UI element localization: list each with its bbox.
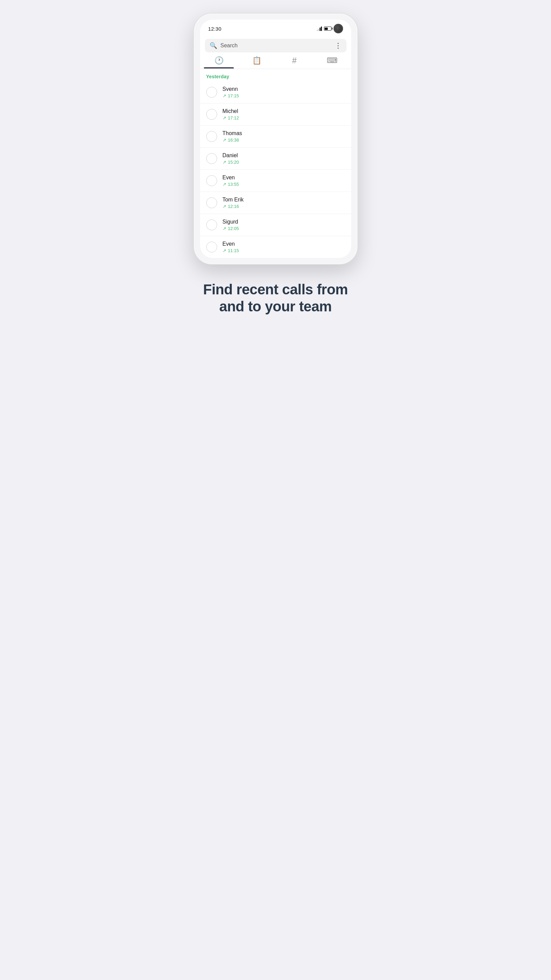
- tab-bar: 🕐 📋 # ⌨: [200, 52, 351, 69]
- call-list: Svenn↗17:15Michel↗17:12Thomas↗16:38Danie…: [200, 81, 351, 258]
- call-info: Sigurd↗12:05: [223, 219, 345, 231]
- tab-recents[interactable]: 🕐: [200, 56, 238, 68]
- call-info: Tom Erik↗12:16: [223, 197, 345, 209]
- call-info: Even↗11:15: [223, 241, 345, 253]
- status-time: 12:30: [208, 26, 221, 32]
- call-item[interactable]: Even↗13:55: [200, 170, 351, 192]
- search-bar[interactable]: 🔍 Search ⋮: [205, 39, 346, 52]
- call-time-row: ↗12:05: [223, 226, 345, 231]
- outgoing-arrow-icon: ↗: [223, 94, 226, 98]
- status-bar: 12:30: [200, 20, 351, 36]
- call-time: 16:38: [228, 137, 239, 143]
- call-name: Daniel: [223, 153, 345, 159]
- outgoing-arrow-icon: ↗: [223, 226, 226, 231]
- battery-fill: [325, 27, 328, 30]
- call-time-row: ↗15:20: [223, 159, 345, 165]
- more-options-icon[interactable]: ⋮: [334, 42, 342, 49]
- avatar: [206, 131, 217, 142]
- call-info: Daniel↗15:20: [223, 153, 345, 165]
- call-time-row: ↗17:12: [223, 115, 345, 121]
- call-info: Thomas↗16:38: [223, 130, 345, 143]
- call-name: Sigurd: [223, 219, 345, 225]
- call-info: Svenn↗17:15: [223, 86, 345, 98]
- call-time-row: ↗12:16: [223, 204, 345, 209]
- outgoing-arrow-icon: ↗: [223, 160, 226, 164]
- outgoing-arrow-icon: ↗: [223, 248, 226, 253]
- camera-icon: [333, 24, 343, 33]
- call-info: Even↗13:55: [223, 175, 345, 187]
- call-time: 12:05: [228, 226, 239, 231]
- call-item[interactable]: Even↗11:15: [200, 236, 351, 258]
- call-item[interactable]: Sigurd↗12:05: [200, 214, 351, 236]
- call-name: Thomas: [223, 130, 345, 137]
- tagline-line1: Find recent calls from: [203, 282, 348, 298]
- avatar: [206, 242, 217, 253]
- call-item[interactable]: Svenn↗17:15: [200, 81, 351, 103]
- phone-screen: 12:30 🔍 Search: [200, 20, 351, 258]
- battery-icon: [324, 27, 331, 30]
- signal-bar-4: [321, 27, 322, 31]
- signal-icon: [317, 26, 322, 31]
- call-time-row: ↗13:55: [223, 182, 345, 187]
- outgoing-arrow-icon: ↗: [223, 116, 226, 120]
- call-item[interactable]: Michel↗17:12: [200, 103, 351, 126]
- call-time: 11:15: [228, 248, 239, 253]
- call-time-row: ↗16:38: [223, 137, 345, 143]
- call-name: Michel: [223, 108, 345, 115]
- channels-icon: #: [292, 56, 296, 65]
- call-time-row: ↗11:15: [223, 248, 345, 253]
- avatar: [206, 109, 217, 120]
- outgoing-arrow-icon: ↗: [223, 182, 226, 186]
- call-time: 12:16: [228, 204, 239, 209]
- avatar: [206, 197, 217, 208]
- call-time: 17:12: [228, 115, 239, 121]
- call-item[interactable]: Tom Erik↗12:16: [200, 192, 351, 214]
- call-item[interactable]: Daniel↗15:20: [200, 148, 351, 170]
- call-time-row: ↗17:15: [223, 93, 345, 98]
- recents-icon: 🕐: [214, 56, 224, 65]
- call-item[interactable]: Thomas↗16:38: [200, 126, 351, 148]
- avatar: [206, 175, 217, 186]
- call-info: Michel↗17:12: [223, 108, 345, 121]
- search-placeholder: Search: [221, 43, 331, 49]
- phone-frame: 12:30 🔍 Search: [194, 14, 357, 264]
- signal-bar-1: [317, 30, 318, 31]
- call-time: 13:55: [228, 182, 239, 187]
- phone-wrapper: 12:30 🔍 Search: [194, 14, 357, 264]
- outgoing-arrow-icon: ↗: [223, 138, 226, 142]
- avatar: [206, 153, 217, 164]
- call-name: Svenn: [223, 86, 345, 92]
- call-time: 15:20: [228, 159, 239, 165]
- tab-channels[interactable]: #: [276, 56, 314, 69]
- dialpad-icon: ⌨: [327, 56, 338, 65]
- tagline: Find recent calls from and to your team: [203, 281, 348, 315]
- avatar: [206, 220, 217, 231]
- section-header-yesterday: Yesterday: [200, 69, 351, 81]
- signal-bar-3: [320, 27, 321, 31]
- status-icons: [317, 24, 343, 33]
- contacts-icon: 📋: [252, 56, 261, 65]
- call-name: Even: [223, 241, 345, 247]
- tagline-line2: and to your team: [219, 298, 331, 314]
- signal-bar-2: [318, 29, 319, 31]
- tab-contacts[interactable]: 📋: [238, 56, 276, 68]
- call-name: Tom Erik: [223, 197, 345, 203]
- outgoing-arrow-icon: ↗: [223, 204, 226, 208]
- avatar: [206, 87, 217, 98]
- tab-dialpad[interactable]: ⌨: [314, 56, 351, 68]
- call-time: 17:15: [228, 93, 239, 98]
- call-name: Even: [223, 175, 345, 181]
- search-icon: 🔍: [210, 43, 217, 49]
